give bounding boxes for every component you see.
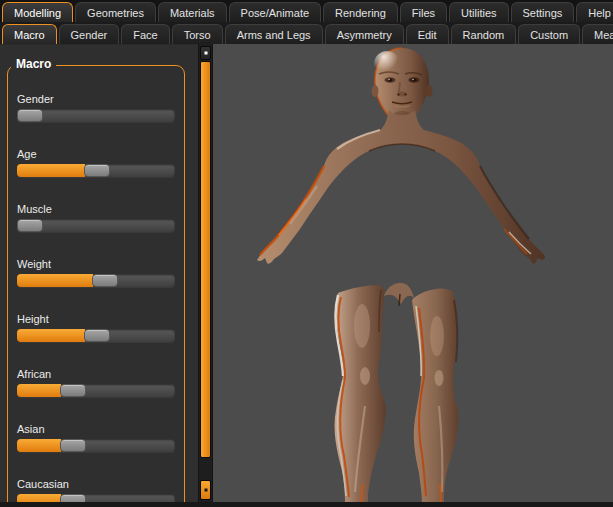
content-area: Macro GenderAgeMuscleWeightHeightAfrican…: [0, 44, 613, 507]
scrollbar-down-dot-icon: [204, 489, 207, 492]
sub-tab-custom[interactable]: Custom: [518, 24, 580, 44]
slider-label-muscle: Muscle: [17, 202, 175, 216]
sub-tab-edit[interactable]: Edit: [406, 24, 449, 44]
panel-scrollbar[interactable]: [198, 44, 213, 507]
menu-tab-files[interactable]: Files: [400, 2, 447, 22]
sub-tab-gender[interactable]: Gender: [59, 24, 120, 44]
menu-tab-settings[interactable]: Settings: [511, 2, 575, 22]
slider-age: Age: [17, 147, 175, 177]
groupbox-title: Macro: [11, 57, 56, 71]
sub-tab-arms-and-legs[interactable]: Arms and Legs: [225, 24, 323, 44]
slider-track-african[interactable]: [17, 384, 175, 397]
macro-groupbox: Macro GenderAgeMuscleWeightHeightAfrican…: [7, 65, 185, 507]
3d-viewport[interactable]: [213, 44, 613, 507]
slider-fill-age: [17, 164, 85, 177]
slider-track-weight[interactable]: [17, 274, 175, 287]
modelling-sub-tabbar: MacroGenderFaceTorsoArms and LegsAsymmet…: [0, 22, 613, 44]
slider-asian: Asian: [17, 422, 175, 452]
menu-tab-materials[interactable]: Materials: [158, 2, 227, 22]
slider-fill-asian: [17, 439, 61, 452]
sub-tab-torso[interactable]: Torso: [172, 24, 223, 44]
slider-label-asian: Asian: [17, 422, 175, 436]
slider-label-gender: Gender: [17, 92, 175, 106]
slider-weight: Weight: [17, 257, 175, 287]
slider-track-height[interactable]: [17, 329, 175, 342]
menu-tab-help[interactable]: Help: [576, 2, 613, 22]
sub-tab-macro[interactable]: Macro: [2, 24, 57, 44]
sub-tab-asymmetry[interactable]: Asymmetry: [325, 24, 404, 44]
slider-handle-weight[interactable]: [92, 274, 118, 287]
human-model-render: [213, 44, 613, 507]
slider-handle-asian[interactable]: [60, 439, 86, 452]
slider-handle-african[interactable]: [60, 384, 86, 397]
slider-label-caucasian: Caucasian: [17, 477, 175, 491]
bottom-border-strip: [0, 502, 613, 507]
slider-height: Height: [17, 312, 175, 342]
slider-fill-height: [17, 329, 85, 342]
slider-handle-muscle[interactable]: [17, 219, 43, 232]
scrollbar-up-button[interactable]: [200, 46, 211, 60]
scrollbar-thumb[interactable]: [200, 61, 211, 458]
slider-track-gender[interactable]: [17, 109, 175, 122]
menu-tab-pose-animate[interactable]: Pose/Animate: [229, 2, 321, 22]
macro-settings-panel: Macro GenderAgeMuscleWeightHeightAfrican…: [0, 44, 198, 507]
scrollbar-down-button[interactable]: [200, 480, 211, 500]
makehuman-window: ModellingGeometriesMaterialsPose/Animate…: [0, 0, 613, 507]
scrollbar-up-dot-icon: [204, 52, 207, 55]
slider-track-age[interactable]: [17, 164, 175, 177]
menu-tab-geometries[interactable]: Geometries: [75, 2, 156, 22]
slider-label-age: Age: [17, 147, 175, 161]
sub-tab-random[interactable]: Random: [451, 24, 517, 44]
slider-muscle: Muscle: [17, 202, 175, 232]
slider-fill-weight: [17, 274, 93, 287]
sub-tab-face[interactable]: Face: [121, 24, 169, 44]
slider-label-weight: Weight: [17, 257, 175, 271]
slider-handle-height[interactable]: [84, 329, 110, 342]
slider-fill-african: [17, 384, 61, 397]
slider-list: GenderAgeMuscleWeightHeightAfricanAsianC…: [8, 66, 184, 507]
slider-track-asian[interactable]: [17, 439, 175, 452]
slider-handle-gender[interactable]: [17, 109, 43, 122]
sub-tab-measure[interactable]: Measure: [582, 24, 613, 44]
slider-african: African: [17, 367, 175, 397]
slider-handle-age[interactable]: [84, 164, 110, 177]
menu-tab-rendering[interactable]: Rendering: [323, 2, 398, 22]
slider-track-muscle[interactable]: [17, 219, 175, 232]
main-menu-tabbar: ModellingGeometriesMaterialsPose/Animate…: [0, 0, 613, 22]
slider-label-african: African: [17, 367, 175, 381]
menu-tab-utilities[interactable]: Utilities: [449, 2, 508, 22]
slider-gender: Gender: [17, 92, 175, 122]
slider-label-height: Height: [17, 312, 175, 326]
menu-tab-modelling[interactable]: Modelling: [2, 2, 73, 22]
